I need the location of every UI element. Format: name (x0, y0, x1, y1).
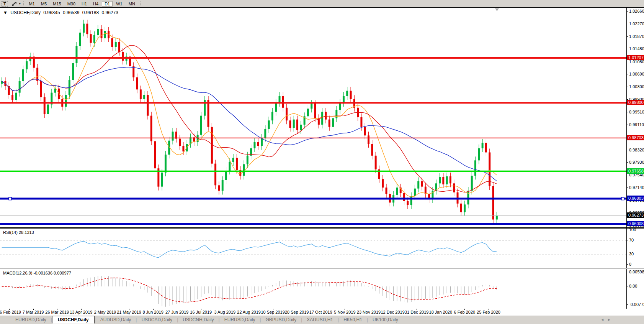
macd-values: -0.001636 0.000977 (33, 271, 71, 275)
macd-tick-label: 0.005986 (629, 270, 644, 274)
price-tick-mark (627, 74, 628, 74)
chart-title: ▼ USDCHF,Daily 0.96345 0.96539 0.96188 0… (3, 10, 118, 15)
chart-shift-marker (495, 8, 499, 11)
rsi-tick-label: 0 (629, 262, 631, 266)
price-tick-label: 0.97140 (629, 185, 644, 190)
timeframe-button-h1[interactable]: H1 (79, 1, 90, 7)
level-price-label: 0.96008 (627, 221, 644, 226)
collapse-arrow-icon[interactable]: ▼ (3, 10, 8, 15)
macd-tick-mark (627, 272, 628, 272)
quote-open: 0.96345 (43, 10, 60, 15)
chart-tab-gbpusd-6[interactable]: GBPUSD,Daily (261, 316, 301, 323)
price-tick-mark (627, 150, 628, 150)
rsi-tick-mark (627, 254, 628, 254)
date-label: 25 Feb 2020 (471, 310, 506, 314)
timeframe-button-m30[interactable]: M30 (65, 1, 78, 7)
scroll-right-icon[interactable]: ► (607, 317, 614, 322)
price-tick-mark (627, 112, 628, 112)
timeframe-group: M1M5M15M30H1H4D1W1MN (26, 1, 138, 7)
quote-high: 0.96539 (63, 10, 79, 15)
price-tick-mark (627, 175, 628, 175)
quote-close: 0.96273 (101, 10, 118, 15)
rsi-value: 28.1313 (19, 230, 34, 235)
price-tick-label: 1.02660 (629, 9, 644, 13)
chart-tab-usdcnh-4[interactable]: USDCNH,Daily (178, 316, 218, 323)
macd-axis-border (626, 269, 627, 309)
chart-tab-uk100-9[interactable]: UK100,Daily (368, 316, 403, 323)
macd-label: MACD(12,26,9) -0.001636 0.000977 (3, 271, 71, 275)
rsi-tick-label: 30 (629, 252, 634, 256)
rsi-tick-mark (627, 230, 628, 230)
price-tick-label: 1.01870 (629, 34, 644, 39)
rsi-tick-label: 100 (629, 227, 636, 232)
price-tick-mark (627, 62, 628, 62)
level-price-label: 0.98703 (627, 135, 644, 140)
chart-tab-usdcad-3[interactable]: USDCAD,Daily (137, 316, 177, 323)
price-tick-label: 0.98320 (629, 148, 644, 152)
timeframe-button-h4[interactable]: H4 (90, 1, 101, 7)
rsi-label: RSI(14) 28.1313 (3, 230, 34, 235)
price-tick-mark (627, 24, 628, 24)
text-tool-button[interactable]: T (2, 1, 8, 7)
level-price-label: 0.97658 (627, 168, 644, 174)
chart-tabs: EURUSD,Daily|USDCHF,Daily|AUDUSD,Daily|U… (11, 316, 403, 324)
timeframe-button-m5[interactable]: M5 (38, 1, 49, 7)
arrows-tool-button[interactable]: ▼ (11, 2, 21, 6)
price-tick-label: 1.01480 (629, 46, 644, 51)
price-tick-mark (627, 36, 628, 37)
arrows-icon (11, 2, 17, 6)
symbol-title: USDCHF,Daily (10, 10, 41, 15)
current-price-label: 0.96273 (627, 212, 644, 218)
chart-tab-bar: EURUSD,Daily|USDCHF,Daily|AUDUSD,Daily|U… (0, 315, 644, 324)
macd-indicator-panel[interactable]: MACD(12,26,9) -0.001636 0.000977 (0, 269, 644, 309)
macd-tick-label: 0.00 (629, 284, 637, 288)
tab-scroll-arrows[interactable]: ◄► (600, 317, 614, 322)
date-axis[interactable]: 16 Feb 20197 Mar 201926 Mar 201913 Apr 2… (0, 309, 644, 315)
rsi-plot (0, 229, 626, 267)
chart-tab-hk50-8[interactable]: HK50,H1 (339, 316, 367, 323)
price-tick-mark (627, 187, 628, 188)
timeframe-button-m15[interactable]: M15 (50, 1, 64, 7)
macd-tick-mark (627, 304, 628, 305)
chart-tab-xauusd-7[interactable]: XAUUSD,H1 (302, 316, 338, 323)
price-tick-mark (627, 11, 628, 12)
chart-tab-audusd-2[interactable]: AUDUSD,Daily (96, 316, 136, 323)
price-tick-label: 0.99110 (629, 122, 644, 127)
toolbar-separator (23, 1, 24, 6)
price-tick-label: 0.99510 (629, 110, 644, 114)
rsi-axis-border (626, 229, 627, 268)
chevron-down-icon: ▼ (18, 2, 21, 5)
chart-tab-usdchf-1[interactable]: USDCHF,Daily (52, 316, 95, 324)
timeframe-button-d1[interactable]: D1 (102, 1, 113, 7)
toolbar-separator (140, 1, 141, 6)
price-chart-panel[interactable]: ▼ USDCHF,Daily 0.96345 0.96539 0.96188 0… (0, 7, 644, 228)
price-tick-label: 0.97930 (629, 160, 644, 164)
rsi-indicator-panel[interactable]: RSI(14) 28.1313 (0, 228, 644, 268)
price-tick-mark (627, 125, 628, 125)
rsi-tick-mark (627, 240, 628, 240)
timeframe-button-w1[interactable]: W1 (113, 1, 125, 7)
chart-tab-eurusd-0[interactable]: EURUSD,Daily (11, 316, 51, 323)
timeframe-button-mn[interactable]: MN (126, 1, 138, 7)
price-tick-mark (627, 162, 628, 163)
price-tick-mark (627, 49, 628, 49)
level-price-label: 1.01207 (627, 55, 644, 60)
price-tick-label: 1.00300 (629, 84, 644, 89)
chart-tab-eurusd-5[interactable]: EURUSD,Daily (220, 316, 260, 323)
trading-platform-window: T ▼ M1M5M15M30H1H4D1W1MN ▼ USDCHF,Daily … (0, 0, 644, 324)
macd-tick-mark (627, 286, 628, 286)
level-price-label: 0.96803 (627, 196, 644, 201)
price-tick-mark (627, 87, 628, 87)
scroll-left-icon[interactable]: ◄ (600, 317, 607, 322)
timeframe-button-m1[interactable]: M1 (26, 1, 38, 7)
rsi-tick-label: 70 (629, 238, 634, 242)
price-tick-label: 1.02270 (629, 21, 644, 26)
candlestick-plot (0, 8, 626, 227)
macd-tick-label: -0.007737 (629, 302, 644, 307)
price-axis-border (626, 8, 627, 227)
macd-plot (0, 269, 626, 308)
price-tick-label: 1.00690 (629, 72, 644, 76)
rsi-tick-mark (627, 264, 628, 265)
quote-low: 0.96188 (82, 10, 99, 15)
toolbar: T ▼ M1M5M15M30H1H4D1W1MN (0, 0, 644, 8)
